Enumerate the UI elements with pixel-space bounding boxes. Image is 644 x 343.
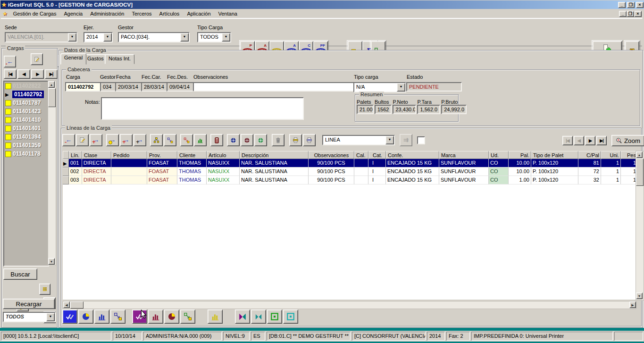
tab-notas-int[interactable]: Notas Int. [105,54,134,64]
cargas-scrollbar[interactable]: ▲ ▼ [48,81,56,266]
previous-record-button[interactable]: ◀ [17,69,30,79]
chevron-down-icon[interactable]: ▼ [180,33,189,42]
column-header[interactable]: Prov. [147,151,177,159]
chevron-down-icon[interactable]: ▼ [103,33,112,42]
delete-lines-button[interactable] [272,134,284,146]
bars-red-button[interactable] [148,310,163,324]
square-green-button[interactable] [267,310,282,324]
column-header[interactable]: Clase [82,151,111,159]
column-header[interactable]: Cal. [354,151,368,159]
tab-gastos[interactable]: Gastos [84,54,108,64]
mdi-minimize-button[interactable]: _ [619,11,627,17]
column-header[interactable]: Lín. [69,151,82,159]
lines-last-button[interactable]: ▶| [596,136,607,145]
cargas-list[interactable]: 011402822▶011402792011401787011401423011… [3,81,49,267]
notas-textarea[interactable] [101,97,304,120]
squares-green-button[interactable] [180,310,195,324]
carga-list-item[interactable]: 011401394 [4,133,48,141]
observaciones-field[interactable] [193,82,354,92]
menu-item-aplicaci-n[interactable]: Aplicación [183,10,214,17]
scrollbar-thumb[interactable] [48,88,56,107]
remove-carga-button[interactable]: ←- [4,56,16,67]
restore-button[interactable]: ❐ [627,2,635,8]
list-check-blue-button[interactable] [62,310,77,324]
collapse-button[interactable] [251,310,266,324]
table-row[interactable]: ▶001DIRECTAFOASATTHOMASNASUXXNAR. SALUST… [63,159,636,167]
ejercicio-select[interactable]: 2014 ▼ [84,32,113,42]
scroll-up-icon[interactable]: ▲ [636,151,643,158]
chevron-down-icon[interactable]: ▼ [46,313,55,321]
scrollbar-thumb[interactable] [636,159,644,186]
carga-list-item[interactable]: 011402822 [4,82,48,90]
carga-list-item[interactable]: 011401423 [4,107,48,116]
menu-item-gesti-n-de-cargas[interactable]: Gestión de Cargas [9,10,60,17]
lineas-checkbox[interactable] [417,136,425,144]
search-grid-button[interactable] [39,284,50,295]
insert-line-button[interactable]: →+ [120,134,133,146]
menu-item-art-culos[interactable]: Artículos [156,10,184,17]
column-header[interactable]: Cat. [368,151,386,159]
first-record-button[interactable]: |◀ [4,69,17,79]
chevron-down-icon[interactable]: ▼ [385,136,394,144]
scroll-down-icon[interactable]: ▼ [636,293,643,299]
edit-carga-button[interactable] [31,53,43,65]
sede-select[interactable]: VALENCIA.[01]. ▼ [5,32,77,42]
scroll-right-icon[interactable]: ▶ [629,301,636,308]
pie-blue-button[interactable] [78,310,93,324]
column-header[interactable]: Descripción [240,151,309,159]
scrollbar-thumb[interactable] [70,301,84,309]
column-header[interactable]: Observaciones [309,151,354,159]
gestor-select[interactable]: PACO.[034]. ▼ [118,32,190,42]
tipo-carga-header-select[interactable]: N/A ▼ [353,82,406,92]
bars-blue-button[interactable] [94,310,109,324]
wheel-red-button[interactable] [241,134,253,146]
reorder-button[interactable]: ⇉ [400,134,412,146]
cargas-filter-select[interactable]: TODOS ▼ [3,312,56,322]
calculator-button[interactable] [210,134,223,146]
carga-list-item[interactable]: 011401410 [4,116,48,124]
column-header[interactable]: Pedido [111,151,147,159]
table-row[interactable]: 002DIRECTAFOASATTHOMASNASUXXNAR. SALUSTI… [63,167,636,176]
carga-list-item[interactable]: 011401359 [4,141,48,150]
column-header[interactable]: Pal. [509,151,531,159]
mdi-restore-button[interactable]: ❐ [627,11,634,17]
menu-item-administraci-n[interactable]: Administración [86,10,128,17]
wheel-blue-button[interactable] [227,134,240,146]
split-x-button[interactable] [235,310,250,324]
menu-item-terceros[interactable]: Terceros [128,10,155,17]
column-header[interactable]: Artículo [207,151,240,159]
scroll-down-icon[interactable]: ▼ [48,258,55,265]
menu-item-ventana[interactable]: Ventana [215,10,241,17]
chevron-down-icon[interactable]: ▼ [397,83,405,92]
pie-red-button[interactable] [164,310,179,324]
print-button[interactable] [289,134,302,146]
tipo-carga-select[interactable]: TODOS ▼ [197,32,231,42]
next-record-button[interactable]: ▶ [31,69,44,79]
lines-previous-button[interactable]: ◀ [574,136,584,145]
lines-next-button[interactable]: ▶ [585,136,595,145]
column-header[interactable]: C/Pal [578,151,601,159]
edit-line-button[interactable] [76,134,89,146]
column-header[interactable]: Pes [621,151,636,159]
list-check-purple-button[interactable] [132,310,147,324]
column-header[interactable]: Marca [439,151,489,159]
column-header[interactable]: Tipo de Palet [531,151,578,159]
wheel-green-button[interactable] [254,134,267,146]
carga-list-item[interactable]: 011401787 [4,99,48,107]
carga-list-item[interactable]: 011401178 [4,150,48,158]
chevron-down-icon[interactable]: ▼ [68,33,76,42]
carga-list-item[interactable]: ▶011402792 [4,90,48,99]
lineas-view-select[interactable]: LINEA ▼ [322,135,395,145]
lineas-table[interactable]: Lín.ClasePedidoProv.ClienteArtículoDescr… [63,151,636,300]
column-header[interactable]: Uni. [601,151,621,159]
menu-item-agencia[interactable]: Agencia [60,10,86,17]
hierarchy-button[interactable] [150,134,163,146]
remove-line-button[interactable]: ←- [62,134,75,146]
table-vscrollbar[interactable]: ▲ ▼ [636,151,644,301]
mdi-close-button[interactable]: × [634,11,642,17]
tab-general[interactable]: General [60,53,86,65]
copy-structure-button[interactable] [164,134,176,146]
goto-line-button[interactable]: → [106,134,119,146]
column-header[interactable]: Ud. [489,151,509,159]
table-row[interactable]: 003DIRECTAFOASATTHOMASNASUXXNAR. SALUSTI… [63,176,636,184]
